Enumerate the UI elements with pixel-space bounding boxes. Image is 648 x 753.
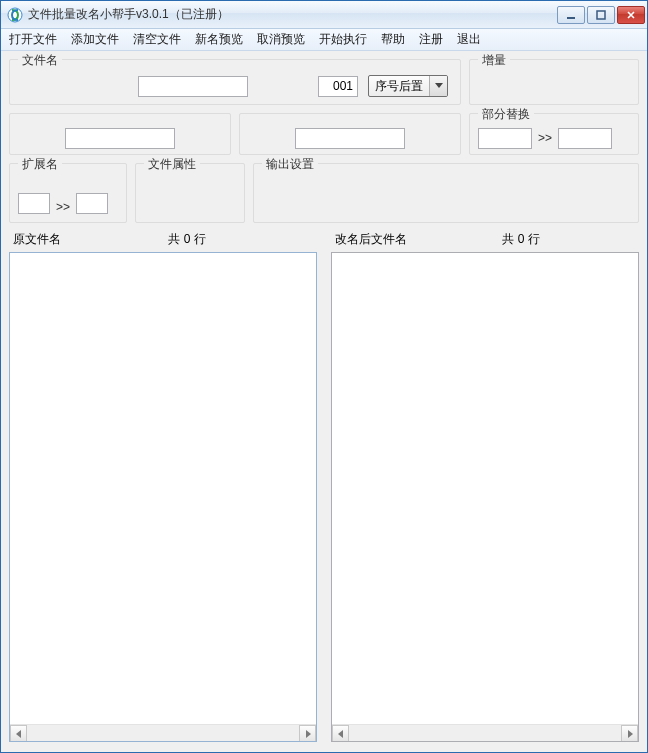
sequence-number-input[interactable] — [318, 76, 358, 97]
blank-input-1[interactable] — [65, 128, 175, 149]
replace-to-input[interactable] — [558, 128, 612, 149]
group-filename: 文件名 序号后置 — [9, 59, 461, 105]
group-attributes: 文件属性 — [135, 163, 245, 223]
group-increment-legend: 增量 — [478, 52, 510, 69]
maximize-button[interactable] — [587, 6, 615, 24]
replace-from-input[interactable] — [478, 128, 532, 149]
group-partial-replace-legend: 部分替换 — [478, 106, 534, 123]
chevron-down-icon — [429, 76, 447, 96]
app-icon — [7, 7, 23, 23]
group-extension: 扩展名 >> — [9, 163, 127, 223]
renamed-hscrollbar[interactable] — [332, 724, 638, 741]
title-bar: 文件批量改名小帮手v3.0.1（已注册） — [1, 1, 647, 29]
menu-help[interactable]: 帮助 — [379, 30, 407, 49]
group-filename-legend: 文件名 — [18, 52, 62, 69]
original-hscrollbar[interactable] — [10, 724, 316, 741]
group-partial-replace: 部分替换 >> — [469, 113, 639, 155]
scroll-left-icon[interactable] — [332, 725, 349, 742]
scroll-left-icon[interactable] — [10, 725, 27, 742]
svg-rect-1 — [567, 17, 575, 19]
ext-from-input[interactable] — [18, 193, 50, 214]
group-increment: 增量 — [469, 59, 639, 105]
group-extension-legend: 扩展名 — [18, 156, 62, 173]
group-blank-left — [9, 113, 231, 155]
menu-clear-files[interactable]: 清空文件 — [131, 30, 183, 49]
client-area: 文件名 序号后置 — [1, 51, 647, 752]
scroll-right-icon[interactable] — [299, 725, 316, 742]
menu-register[interactable]: 注册 — [417, 30, 445, 49]
blank-input-2[interactable] — [295, 128, 405, 149]
renamed-files-label: 改名后文件名 — [335, 231, 407, 248]
close-button[interactable] — [617, 6, 645, 24]
group-attributes-legend: 文件属性 — [144, 156, 200, 173]
original-files-count: 共 0 行 — [61, 231, 313, 248]
ext-to-input[interactable] — [76, 193, 108, 214]
ext-arrow-label: >> — [54, 200, 72, 214]
renamed-files-column: 改名后文件名 共 0 行 — [331, 231, 639, 742]
menu-bar: 打开文件 添加文件 清空文件 新名预览 取消预览 开始执行 帮助 注册 退出 — [1, 29, 647, 51]
window-title: 文件批量改名小帮手v3.0.1（已注册） — [28, 6, 557, 23]
sequence-mode-text: 序号后置 — [369, 76, 429, 96]
scroll-right-icon[interactable] — [621, 725, 638, 742]
sequence-mode-select[interactable]: 序号后置 — [368, 75, 448, 97]
window-buttons — [557, 6, 645, 24]
menu-open-file[interactable]: 打开文件 — [7, 30, 59, 49]
original-files-list[interactable] — [9, 252, 317, 742]
filename-input[interactable] — [138, 76, 248, 97]
menu-preview-new[interactable]: 新名预览 — [193, 30, 245, 49]
group-output-legend: 输出设置 — [262, 156, 318, 173]
app-window: 文件批量改名小帮手v3.0.1（已注册） 打开文件 添加文件 清空文件 新名预览… — [0, 0, 648, 753]
menu-start-exec[interactable]: 开始执行 — [317, 30, 369, 49]
renamed-files-count: 共 0 行 — [407, 231, 635, 248]
group-blank-right — [239, 113, 461, 155]
minimize-button[interactable] — [557, 6, 585, 24]
svg-rect-2 — [597, 11, 605, 19]
menu-cancel-preview[interactable]: 取消预览 — [255, 30, 307, 49]
original-files-label: 原文件名 — [13, 231, 61, 248]
original-files-column: 原文件名 共 0 行 — [9, 231, 317, 742]
renamed-files-list[interactable] — [331, 252, 639, 742]
replace-arrow-label: >> — [536, 131, 554, 145]
group-output: 输出设置 — [253, 163, 639, 223]
menu-exit[interactable]: 退出 — [455, 30, 483, 49]
menu-add-file[interactable]: 添加文件 — [69, 30, 121, 49]
